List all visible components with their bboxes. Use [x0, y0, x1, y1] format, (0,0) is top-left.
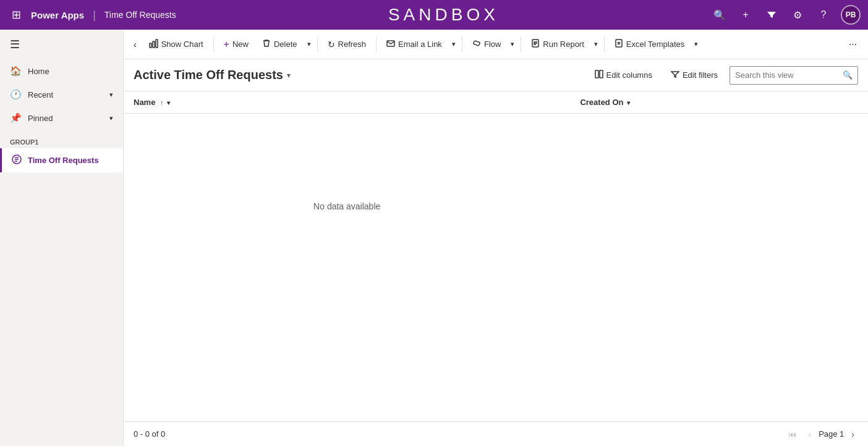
- pinned-chevron-icon: ▾: [109, 114, 113, 122]
- col-created-chevron-icon: ▾: [627, 99, 630, 106]
- run-report-chevron[interactable]: ▾: [592, 37, 600, 51]
- no-data-row: No data available: [124, 114, 868, 300]
- more-icon: ⋯: [849, 40, 857, 49]
- view-title: Active Time Off Requests: [134, 68, 283, 82]
- avatar[interactable]: PB: [841, 5, 861, 25]
- excel-templates-label: Excel Templates: [626, 40, 684, 49]
- excel-templates-chevron[interactable]: ▾: [692, 37, 700, 51]
- sidebar-home-label: Home: [28, 67, 113, 76]
- pinned-icon: 📌: [10, 112, 22, 124]
- first-page-button[interactable]: ⏮: [785, 428, 801, 440]
- toolbar-divider-5: [521, 37, 521, 52]
- view-actions: Edit columns Edit filters 🔍: [588, 66, 859, 85]
- main-layout: ☰ 🏠 Home 🕐 Recent ▾ 📌 Pinned ▾ Group1 Ti…: [0, 30, 868, 446]
- filter-nav-icon[interactable]: [763, 6, 780, 23]
- prev-page-button[interactable]: ‹: [804, 428, 815, 440]
- run-report-button[interactable]: Run Report: [525, 36, 590, 53]
- back-button[interactable]: ‹: [129, 36, 142, 53]
- delete-label: Delete: [274, 40, 297, 49]
- run-report-label: Run Report: [543, 40, 584, 49]
- settings-nav-icon[interactable]: ⚙: [789, 6, 806, 23]
- toolbar-divider-4: [462, 37, 462, 52]
- recent-icon: 🕐: [10, 89, 22, 100]
- edit-filters-button[interactable]: Edit filters: [664, 66, 725, 84]
- flow-label: Flow: [484, 40, 501, 49]
- delete-button[interactable]: Delete: [256, 36, 304, 53]
- sidebar-item-home[interactable]: 🏠 Home: [0, 59, 123, 83]
- top-nav-bar: ⊞ Power Apps | Time Off Requests SANDBOX…: [0, 0, 868, 30]
- sidebar-group-label: Group1: [0, 130, 123, 148]
- footer: 0 - 0 of 0 ⏮ ‹ Page 1 ›: [124, 421, 868, 446]
- edit-columns-label: Edit columns: [606, 70, 652, 80]
- email-link-label: Email a Link: [398, 40, 442, 49]
- show-chart-button[interactable]: Show Chart: [143, 36, 210, 53]
- flow-icon: [472, 39, 481, 49]
- edit-filters-label: Edit filters: [683, 70, 718, 80]
- search-nav-icon[interactable]: 🔍: [711, 6, 728, 23]
- app-name: Power Apps: [31, 10, 84, 20]
- add-nav-icon[interactable]: +: [737, 6, 754, 23]
- col-name-header[interactable]: Name ↑ ▾: [124, 91, 570, 114]
- first-page-icon: ⏮: [788, 429, 797, 439]
- svg-rect-7: [595, 70, 598, 78]
- toolbar-divider-1: [213, 37, 214, 52]
- edit-columns-icon: [595, 70, 603, 80]
- record-count: 0 - 0 of 0: [134, 429, 165, 439]
- data-table: Name ↑ ▾ Created On ▾ No data availabl: [124, 91, 868, 299]
- svg-rect-8: [600, 70, 603, 78]
- search-input[interactable]: [735, 70, 839, 80]
- sidebar-menu-toggle[interactable]: ☰: [0, 30, 123, 59]
- content-area: ‹ Show Chart + New: [124, 30, 868, 446]
- edit-columns-button[interactable]: Edit columns: [588, 66, 659, 84]
- email-link-chevron[interactable]: ▾: [449, 37, 458, 51]
- new-label: New: [232, 40, 249, 49]
- refresh-icon: ↻: [328, 40, 335, 49]
- search-box: 🔍: [730, 66, 858, 85]
- next-page-button[interactable]: ›: [848, 428, 858, 440]
- email-link-button[interactable]: Email a Link: [380, 36, 448, 53]
- col-name-chevron-icon: ▾: [167, 99, 170, 106]
- edit-filters-icon: [671, 70, 679, 80]
- email-icon: [386, 39, 395, 49]
- refresh-button[interactable]: ↻ Refresh: [321, 36, 373, 53]
- sidebar-item-recent[interactable]: 🕐 Recent ▾: [0, 83, 123, 106]
- col-created-header[interactable]: Created On ▾: [570, 91, 868, 114]
- app-menu-icon[interactable]: ⊞: [7, 6, 25, 23]
- help-nav-icon[interactable]: ?: [815, 6, 832, 23]
- sidebar-item-time-off-requests[interactable]: Time Off Requests: [0, 148, 123, 172]
- nav-page-title: Time Off Requests: [104, 10, 176, 20]
- delete-chevron[interactable]: ▾: [305, 37, 313, 51]
- svg-rect-1: [150, 43, 151, 48]
- table-container: Name ↑ ▾ Created On ▾ No data availabl: [124, 91, 868, 421]
- back-icon: ‹: [134, 40, 137, 49]
- show-chart-label: Show Chart: [161, 40, 203, 49]
- delete-icon: [262, 39, 271, 49]
- view-header: Active Time Off Requests ▾ Edit columns: [124, 59, 868, 91]
- flow-button[interactable]: Flow: [466, 36, 507, 53]
- svg-rect-3: [156, 40, 158, 48]
- nav-separator: |: [93, 9, 96, 22]
- run-report-icon: [531, 39, 540, 49]
- more-button[interactable]: ⋯: [843, 36, 863, 52]
- prev-page-icon: ‹: [808, 429, 811, 439]
- sidebar: ☰ 🏠 Home 🕐 Recent ▾ 📌 Pinned ▾ Group1 Ti…: [0, 30, 124, 446]
- recent-chevron-icon: ▾: [109, 91, 113, 99]
- col-created-label: Created On: [580, 98, 623, 107]
- toolbar-divider-6: [604, 37, 605, 52]
- new-icon: +: [224, 39, 229, 50]
- sidebar-item-pinned[interactable]: 📌 Pinned ▾: [0, 106, 123, 130]
- excel-templates-button[interactable]: Excel Templates: [608, 36, 691, 53]
- col-name-label: Name: [134, 98, 155, 107]
- view-title-chevron-icon[interactable]: ▾: [287, 71, 291, 80]
- no-data-message: No data available: [313, 201, 380, 211]
- page-label: Page 1: [819, 429, 844, 439]
- sidebar-pinned-label: Pinned: [28, 114, 103, 123]
- pagination: ⏮ ‹ Page 1 ›: [785, 428, 858, 440]
- svg-rect-2: [153, 41, 155, 48]
- time-off-requests-icon: [12, 154, 22, 166]
- toolbar-divider-2: [317, 37, 318, 52]
- new-button[interactable]: + New: [218, 36, 255, 53]
- toolbar-divider-3: [376, 37, 377, 52]
- flow-chevron[interactable]: ▾: [508, 37, 517, 51]
- sidebar-recent-label: Recent: [28, 90, 103, 99]
